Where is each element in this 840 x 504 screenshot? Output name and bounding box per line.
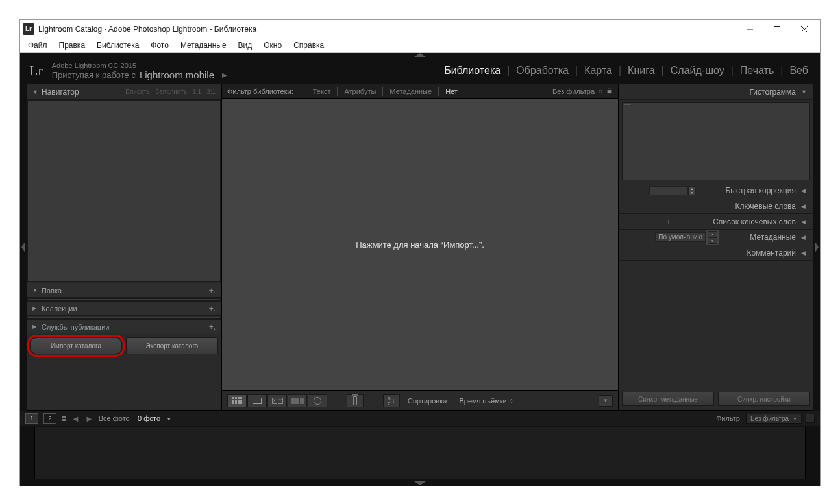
nav-forward-icon[interactable]: ► — [85, 414, 93, 424]
filmstrip: 1 2 ◄ ► Все фото 0 фото ▼ Фильтр: Без фи… — [20, 411, 820, 481]
chevron-down-icon: ▼ — [801, 89, 808, 95]
divider — [27, 317, 221, 319]
module-print[interactable]: Печать — [737, 64, 776, 78]
svg-marker-4 — [414, 53, 426, 57]
nav-1-1[interactable]: 1:1 — [192, 88, 201, 95]
navigator-header[interactable]: ▼ Навигатор Вписать Заполнить 1:1 3:1 — [27, 84, 221, 100]
keyword-add-icon[interactable]: + — [666, 217, 671, 227]
filter-tab-text[interactable]: Текст — [313, 88, 331, 95]
titlebar: Lr Lightroom Catalog - Adobe Photoshop L… — [20, 20, 820, 38]
app-window: Lr Lightroom Catalog - Adobe Photoshop L… — [19, 19, 821, 486]
menu-window[interactable]: Окно — [258, 40, 287, 51]
monitor-1-button[interactable]: 1 — [25, 413, 38, 424]
chevron-down-icon: ▼ — [32, 89, 39, 95]
compare-view-button[interactable]: XY — [267, 394, 287, 407]
publish-title: Службы публикации — [42, 323, 109, 331]
nav-back-icon[interactable]: ◄ — [71, 414, 80, 424]
tagline-brand[interactable]: Lightroom mobile — [140, 69, 214, 80]
menu-photo[interactable]: Фото — [145, 40, 174, 51]
collections-add-icon[interactable]: +. — [209, 304, 216, 313]
chevron-left-icon: ◀ — [801, 203, 808, 210]
keywords-header[interactable]: Ключевые слова ◀ — [619, 198, 813, 214]
menu-edit[interactable]: Правка — [54, 40, 91, 51]
filter-tab-attributes[interactable]: Атрибуты — [344, 88, 376, 95]
folder-header[interactable]: ▼ Папка +. — [27, 283, 221, 297]
metadata-header[interactable]: По умолчанию▲▼ Метаданные ◀ — [619, 230, 813, 245]
window-title: Lightroom Catalog - Adobe Photoshop Ligh… — [38, 25, 742, 34]
filter-preset-arrow-icon[interactable]: ◇ — [599, 88, 602, 94]
right-panel-toggle[interactable] — [813, 84, 820, 411]
keyword-list-title: Список ключевых слов — [713, 217, 796, 226]
folder-add-icon[interactable]: +. — [209, 286, 216, 295]
keyword-list-header[interactable]: + Список ключевых слов ◀ — [619, 214, 813, 230]
bottom-panel-toggle[interactable] — [20, 481, 820, 486]
navigator-preview[interactable] — [27, 100, 221, 282]
grid-toggle-icon[interactable] — [62, 416, 66, 421]
close-button[interactable] — [797, 23, 812, 36]
filmstrip-source-arrow-icon[interactable]: ▼ — [166, 416, 171, 422]
module-develop[interactable]: Обработка — [513, 64, 571, 78]
lightroom-logo: Lr — [29, 62, 43, 79]
module-book[interactable]: Книга — [625, 64, 657, 78]
export-catalog-button[interactable]: Экспорт каталога — [126, 337, 218, 354]
people-view-button[interactable] — [308, 394, 327, 407]
menu-metadata[interactable]: Метаданные — [175, 40, 232, 51]
filmstrip-strip[interactable] — [34, 427, 806, 479]
quick-develop-header[interactable]: ▲▼ Быстрая коррекция ◀ — [619, 183, 813, 198]
menu-help[interactable]: Справка — [288, 40, 329, 51]
grid-view-button[interactable] — [227, 394, 247, 407]
minimize-button[interactable] — [742, 23, 758, 36]
filmstrip-count: 0 фото — [138, 414, 160, 422]
monitor-2-button[interactable]: 2 — [43, 413, 56, 424]
maximize-button[interactable] — [769, 23, 785, 36]
metadata-title: Метаданные — [750, 233, 796, 242]
sync-metadata-button[interactable]: Синхр. метаданные — [622, 392, 714, 406]
sync-settings-button[interactable]: Синхр. настройки — [718, 392, 810, 406]
top-panel-toggle[interactable] — [20, 53, 820, 58]
filter-label: Фильтр библиотеки: — [227, 88, 293, 95]
chevron-left-icon: ◀ — [801, 219, 808, 225]
left-panel-toggle[interactable] — [20, 84, 27, 411]
app-icon: Lr — [23, 23, 34, 35]
quick-develop-title: Быстрая коррекция — [725, 186, 796, 195]
library-filter-bar: Фильтр библиотеки: Текст Атрибуты Метада… — [222, 84, 618, 99]
survey-view-button[interactable] — [288, 394, 307, 407]
toolbar-menu-button[interactable]: ▼ — [599, 395, 613, 407]
main-stage[interactable]: Нажмите для начала “Импорт...”. — [222, 99, 618, 390]
nav-3-1[interactable]: 3:1 — [206, 88, 216, 95]
filmstrip-filter-label: Фильтр: — [716, 414, 742, 422]
filter-lock-icon[interactable] — [606, 88, 613, 95]
metadata-preset-select[interactable]: По умолчанию▲▼ — [655, 230, 719, 245]
menu-library[interactable]: Библиотека — [92, 40, 144, 51]
collections-header[interactable]: ▶ Коллекции +. — [27, 301, 221, 315]
loupe-view-button[interactable] — [247, 394, 267, 407]
import-catalog-button[interactable]: Импорт каталога — [30, 337, 122, 354]
comments-header[interactable]: Комментарий ◀ — [619, 245, 813, 261]
sort-direction-button[interactable]: az↓ — [383, 394, 400, 407]
collections-title: Коллекции — [42, 305, 77, 313]
nav-fit[interactable]: Вписать — [125, 88, 150, 95]
module-slideshow[interactable]: Слайд-шоу — [668, 64, 727, 78]
module-library[interactable]: Библиотека — [441, 64, 503, 78]
publish-header[interactable]: ▶ Службы публикации +. — [27, 319, 221, 333]
filter-tab-none[interactable]: Нет — [445, 88, 458, 95]
publish-add-icon[interactable]: +. — [209, 322, 216, 331]
menu-view[interactable]: Вид — [233, 40, 258, 51]
histogram-header[interactable]: Гистограмма ▼ — [619, 84, 813, 100]
filter-preset[interactable]: Без фильтра — [552, 88, 595, 95]
filmstrip-source[interactable]: Все фото — [99, 414, 130, 422]
keywords-title: Ключевые слова — [735, 202, 796, 211]
filmstrip-filter-select[interactable]: Без фильтра▼ — [746, 414, 802, 424]
nav-fill[interactable]: Заполнить — [155, 88, 187, 95]
filter-tab-metadata[interactable]: Метаданные — [389, 88, 432, 95]
filmstrip-filter-toggle[interactable] — [806, 414, 815, 423]
toolbar: XY az↓ Сортировка: Время съёмки◇ ▼ — [222, 390, 618, 410]
tagline-arrow-icon[interactable]: ▶ — [222, 71, 227, 78]
module-map[interactable]: Карта — [582, 64, 615, 78]
sort-label: Сортировка: — [408, 397, 449, 405]
navigator-title: Навигатор — [42, 88, 79, 97]
menu-file[interactable]: Файл — [23, 40, 53, 51]
painter-tool-button[interactable] — [347, 394, 364, 407]
sort-value[interactable]: Время съёмки◇ — [459, 397, 513, 405]
module-web[interactable]: Веб — [787, 64, 811, 78]
